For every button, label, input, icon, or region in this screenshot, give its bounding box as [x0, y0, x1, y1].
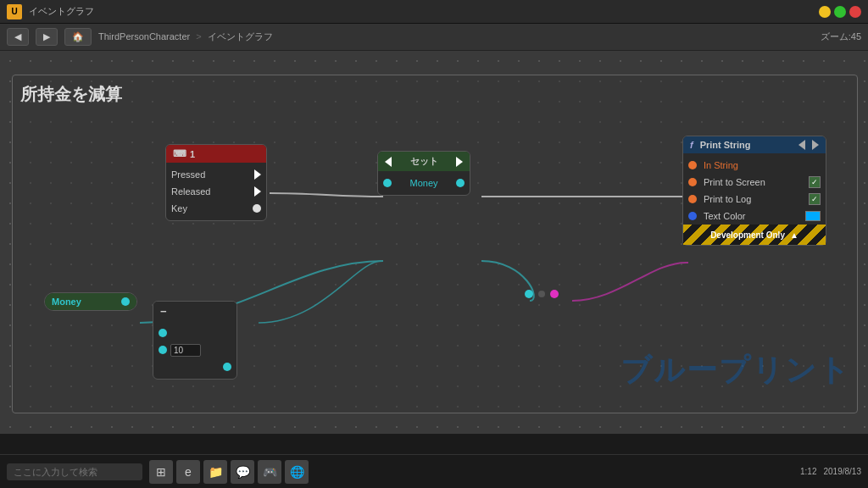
- tab-title[interactable]: イベントグラフ: [29, 5, 94, 18]
- set-node-header: セット: [378, 152, 470, 171]
- subtract-out-pin[interactable]: [223, 363, 231, 371]
- conn-in-pin[interactable]: [525, 290, 533, 298]
- taskbar-edge-icon[interactable]: e: [176, 460, 200, 484]
- conn-out-pin[interactable]: [550, 290, 559, 298]
- taskbar-right: 1:12 2019/8/13: [800, 467, 861, 476]
- keyboard-key-row: Key: [166, 200, 266, 217]
- minimize-button[interactable]: [819, 6, 831, 18]
- text-color-pin[interactable]: [688, 212, 697, 220]
- print-to-log-row: Print to Log ✓: [683, 191, 826, 208]
- conn-mid-pin: [538, 291, 545, 297]
- breadcrumb: ThirdPersonCharacter > イベントグラフ: [98, 30, 273, 43]
- released-exec-pin[interactable]: [254, 186, 261, 197]
- subtract-in2-pin[interactable]: [159, 346, 167, 354]
- set-exec-out-pin[interactable]: [456, 157, 463, 167]
- in-string-pin[interactable]: [688, 161, 697, 169]
- set-exec-in-pin[interactable]: [385, 157, 392, 167]
- toolbar: ◀ ▶ 🏠 ThirdPersonCharacter > イベントグラフ ズーム…: [0, 24, 868, 51]
- keyboard-node-body: Pressed Released Key: [166, 163, 266, 220]
- set-node-body: Money: [378, 171, 470, 195]
- taskbar-time: 1:12: [800, 467, 816, 476]
- subtract-in1-pin[interactable]: [159, 329, 167, 337]
- keyboard-pressed-row: Pressed: [166, 166, 266, 183]
- set-money-in-pin[interactable]: [383, 179, 392, 187]
- keyboard-node-header: ⌨ 1: [166, 145, 266, 163]
- subtract-value-row: [153, 341, 236, 358]
- set-money-out-pin[interactable]: [456, 179, 465, 187]
- subtract-node-body: [153, 321, 236, 379]
- forward-button[interactable]: ▶: [36, 28, 58, 46]
- connector-node[interactable]: [521, 286, 589, 302]
- subtract-out-row: [153, 358, 236, 375]
- taskbar: ⊞ e 📁 💬 🎮 🌐 1:12 2019/8/13: [0, 454, 868, 488]
- text-color-row: Text Color: [683, 208, 826, 225]
- in-string-row: In String: [683, 157, 826, 174]
- home-button[interactable]: 🏠: [64, 28, 92, 46]
- subtract-node-header: −: [153, 302, 236, 321]
- money-variable-node[interactable]: Money: [44, 292, 137, 311]
- taskbar-date: 2019/8/13: [824, 467, 862, 476]
- money-out-pin[interactable]: [121, 297, 130, 306]
- print-exec-out-pin[interactable]: [812, 140, 819, 150]
- taskbar-explorer-icon[interactable]: 📁: [203, 460, 227, 484]
- zoom-label: ズーム:45: [821, 30, 861, 43]
- print-to-screen-checkbox[interactable]: ✓: [809, 176, 821, 188]
- window-controls: [819, 6, 861, 18]
- taskbar-ue-icon[interactable]: 🎮: [258, 460, 281, 484]
- print-exec-in-pin[interactable]: [798, 140, 805, 150]
- taskbar-search[interactable]: [7, 463, 142, 480]
- print-to-log-checkbox[interactable]: ✓: [809, 193, 821, 205]
- back-button[interactable]: ◀: [7, 28, 29, 46]
- print-to-screen-pin[interactable]: [688, 178, 697, 186]
- taskbar-windows-icon[interactable]: ⊞: [149, 460, 173, 484]
- pressed-exec-pin[interactable]: [254, 169, 261, 180]
- taskbar-store-icon[interactable]: 💬: [231, 460, 254, 484]
- print-string-header: f Print String: [683, 136, 826, 153]
- print-to-log-pin[interactable]: [688, 195, 697, 203]
- dev-only-banner: Development Only ▲: [683, 225, 826, 245]
- print-to-screen-row: Print to Screen ✓: [683, 174, 826, 191]
- subtract-node[interactable]: −: [153, 301, 237, 380]
- close-button[interactable]: [849, 6, 861, 18]
- subtract-value-input[interactable]: [170, 344, 201, 357]
- subtract-input-row: [153, 324, 236, 341]
- keyboard-released-row: Released: [166, 183, 266, 200]
- titlebar: U イベントグラフ: [0, 0, 868, 24]
- blueprint-canvas[interactable]: 所持金を減算 ⌨ 1 Pressed Released Key セット: [0, 51, 868, 434]
- comment-label: 所持金を減算: [20, 83, 122, 106]
- set-node[interactable]: セット Money: [377, 151, 470, 196]
- key-pin[interactable]: [253, 204, 261, 213]
- set-money-row: Money: [378, 175, 470, 191]
- print-string-node[interactable]: f Print String In String Print to Screen…: [682, 136, 826, 246]
- text-color-swatch[interactable]: [805, 211, 821, 221]
- maximize-button[interactable]: [834, 6, 846, 18]
- taskbar-icons: ⊞ e 📁 💬 🎮 🌐: [149, 460, 309, 484]
- ue-logo: U: [7, 4, 22, 19]
- money-node-header: Money: [45, 293, 136, 310]
- keyboard-node[interactable]: ⌨ 1 Pressed Released Key: [165, 144, 267, 221]
- taskbar-chrome-icon[interactable]: 🌐: [285, 460, 309, 484]
